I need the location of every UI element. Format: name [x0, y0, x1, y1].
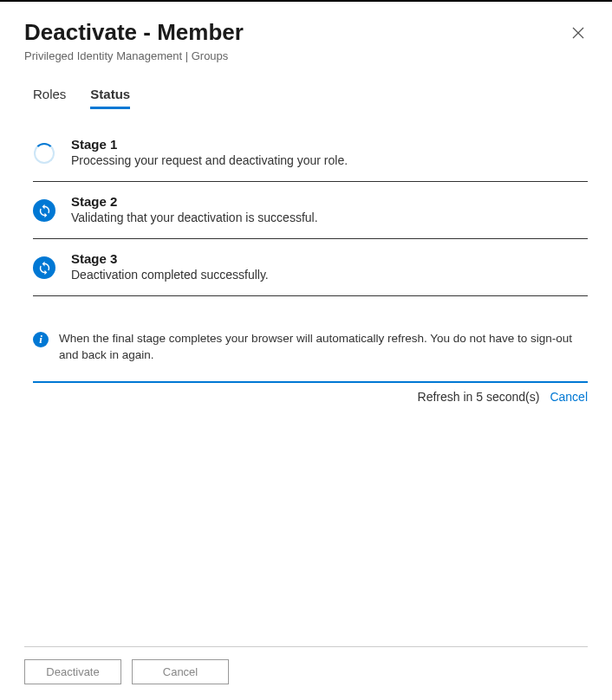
stage-icon-wrap — [33, 199, 55, 222]
stage-title: Stage 2 — [71, 194, 588, 209]
deactivate-panel: Deactivate - Member Privileged Identity … — [0, 2, 612, 700]
stage-text: Stage 2 Validating that your deactivatio… — [71, 194, 588, 224]
stage-icon-wrap — [33, 142, 55, 165]
footer: Deactivate Cancel — [24, 646, 588, 700]
sync-icon — [33, 199, 55, 222]
close-button[interactable] — [569, 23, 588, 45]
stages-list: Stage 1 Processing your request and deac… — [33, 125, 588, 296]
sync-icon — [33, 256, 55, 279]
refresh-countdown: Refresh in 5 second(s) — [418, 390, 540, 404]
stage-description: Processing your request and deactivating… — [71, 153, 588, 167]
cancel-button[interactable]: Cancel — [132, 659, 229, 684]
stage-row: Stage 2 Validating that your deactivatio… — [33, 182, 588, 239]
tab-roles[interactable]: Roles — [33, 87, 66, 109]
stage-title: Stage 1 — [71, 137, 588, 152]
info-row: i When the final stage completes your br… — [33, 331, 588, 383]
spacer — [24, 404, 588, 646]
stage-text: Stage 3 Deactivation completed successfu… — [71, 251, 588, 282]
spinner-icon — [34, 143, 55, 164]
info-icon: i — [33, 332, 49, 347]
stage-title: Stage 3 — [71, 251, 588, 266]
cancel-refresh-link[interactable]: Cancel — [550, 390, 588, 404]
tab-status[interactable]: Status — [90, 87, 130, 109]
refresh-row: Refresh in 5 second(s) Cancel — [24, 390, 588, 404]
deactivate-button[interactable]: Deactivate — [24, 659, 121, 684]
tabs: Roles Status — [33, 87, 588, 109]
stage-description: Deactivation completed successfully. — [71, 268, 588, 282]
breadcrumb: Privileged Identity Management | Groups — [24, 49, 588, 62]
info-text: When the final stage completes your brow… — [59, 331, 588, 364]
stage-row: Stage 3 Deactivation completed successfu… — [33, 239, 588, 296]
stage-text: Stage 1 Processing your request and deac… — [71, 137, 588, 167]
page-title: Deactivate - Member — [24, 19, 244, 46]
stage-description: Validating that your deactivation is suc… — [71, 211, 588, 224]
close-icon — [572, 27, 584, 39]
header-row: Deactivate - Member — [24, 19, 588, 46]
stage-icon-wrap — [33, 256, 55, 279]
stage-row: Stage 1 Processing your request and deac… — [33, 125, 588, 182]
